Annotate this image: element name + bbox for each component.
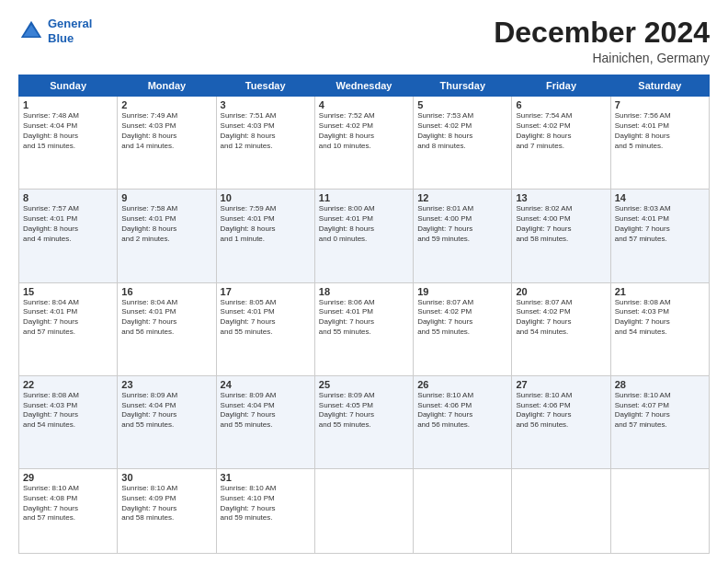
day-info: Sunrise: 7:49 AM Sunset: 4:03 PM Dayligh… bbox=[121, 111, 211, 151]
day-number: 11 bbox=[319, 192, 409, 203]
day-number: 24 bbox=[221, 379, 311, 390]
calendar-cell: 1Sunrise: 7:48 AM Sunset: 4:04 PM Daylig… bbox=[19, 97, 118, 190]
calendar-body: 1Sunrise: 7:48 AM Sunset: 4:04 PM Daylig… bbox=[19, 97, 710, 554]
day-info: Sunrise: 7:53 AM Sunset: 4:02 PM Dayligh… bbox=[417, 111, 507, 151]
col-header-saturday: Saturday bbox=[610, 75, 709, 97]
calendar-cell bbox=[610, 468, 709, 553]
day-number: 15 bbox=[23, 286, 113, 297]
col-header-monday: Monday bbox=[118, 75, 216, 97]
calendar-cell: 26Sunrise: 8:10 AM Sunset: 4:06 PM Dayli… bbox=[414, 375, 512, 468]
day-info: Sunrise: 8:02 AM Sunset: 4:00 PM Dayligh… bbox=[516, 204, 606, 244]
day-number: 20 bbox=[516, 286, 606, 297]
logo-line2: Blue bbox=[48, 31, 74, 45]
day-info: Sunrise: 8:07 AM Sunset: 4:02 PM Dayligh… bbox=[417, 298, 507, 338]
page: General Blue December 2024 Hainichen, Ge… bbox=[0, 0, 728, 563]
day-info: Sunrise: 7:48 AM Sunset: 4:04 PM Dayligh… bbox=[23, 111, 113, 151]
calendar-header-row: SundayMondayTuesdayWednesdayThursdayFrid… bbox=[19, 75, 710, 97]
col-header-tuesday: Tuesday bbox=[216, 75, 314, 97]
day-info: Sunrise: 8:10 AM Sunset: 4:07 PM Dayligh… bbox=[615, 391, 705, 431]
day-number: 4 bbox=[319, 99, 409, 110]
day-info: Sunrise: 7:52 AM Sunset: 4:02 PM Dayligh… bbox=[319, 111, 409, 151]
day-info: Sunrise: 8:05 AM Sunset: 4:01 PM Dayligh… bbox=[221, 298, 311, 338]
calendar-cell: 3Sunrise: 7:51 AM Sunset: 4:03 PM Daylig… bbox=[216, 97, 314, 190]
day-number: 10 bbox=[221, 192, 311, 203]
col-header-thursday: Thursday bbox=[414, 75, 512, 97]
calendar-cell: 28Sunrise: 8:10 AM Sunset: 4:07 PM Dayli… bbox=[610, 375, 709, 468]
day-number: 23 bbox=[121, 379, 211, 390]
day-info: Sunrise: 8:10 AM Sunset: 4:06 PM Dayligh… bbox=[516, 391, 606, 431]
day-number: 8 bbox=[23, 192, 113, 203]
day-info: Sunrise: 8:06 AM Sunset: 4:01 PM Dayligh… bbox=[319, 298, 409, 338]
day-number: 17 bbox=[221, 286, 311, 297]
calendar-week-row: 15Sunrise: 8:04 AM Sunset: 4:01 PM Dayli… bbox=[19, 282, 710, 375]
day-info: Sunrise: 7:54 AM Sunset: 4:02 PM Dayligh… bbox=[516, 111, 606, 151]
calendar-cell: 13Sunrise: 8:02 AM Sunset: 4:00 PM Dayli… bbox=[512, 190, 610, 282]
day-info: Sunrise: 8:10 AM Sunset: 4:08 PM Dayligh… bbox=[23, 484, 113, 523]
day-info: Sunrise: 8:09 AM Sunset: 4:04 PM Dayligh… bbox=[221, 391, 311, 431]
calendar-cell: 7Sunrise: 7:56 AM Sunset: 4:01 PM Daylig… bbox=[610, 97, 709, 190]
calendar-cell: 8Sunrise: 7:57 AM Sunset: 4:01 PM Daylig… bbox=[19, 190, 118, 282]
day-number: 31 bbox=[221, 472, 311, 483]
calendar-cell: 31Sunrise: 8:10 AM Sunset: 4:10 PM Dayli… bbox=[216, 468, 314, 553]
day-number: 1 bbox=[23, 99, 113, 110]
day-info: Sunrise: 7:56 AM Sunset: 4:01 PM Dayligh… bbox=[615, 111, 705, 151]
day-number: 27 bbox=[516, 379, 606, 390]
calendar-cell: 14Sunrise: 8:03 AM Sunset: 4:01 PM Dayli… bbox=[610, 190, 709, 282]
calendar-cell: 24Sunrise: 8:09 AM Sunset: 4:04 PM Dayli… bbox=[216, 375, 314, 468]
day-number: 30 bbox=[121, 472, 211, 483]
calendar-cell bbox=[314, 468, 413, 553]
calendar-cell: 9Sunrise: 7:58 AM Sunset: 4:01 PM Daylig… bbox=[118, 190, 216, 282]
day-info: Sunrise: 8:08 AM Sunset: 4:03 PM Dayligh… bbox=[615, 298, 705, 338]
day-info: Sunrise: 8:03 AM Sunset: 4:01 PM Dayligh… bbox=[615, 204, 705, 244]
calendar-cell: 15Sunrise: 8:04 AM Sunset: 4:01 PM Dayli… bbox=[19, 282, 118, 375]
day-number: 19 bbox=[417, 286, 507, 297]
calendar-week-row: 1Sunrise: 7:48 AM Sunset: 4:04 PM Daylig… bbox=[19, 97, 710, 190]
logo: General Blue bbox=[18, 17, 92, 45]
day-number: 29 bbox=[23, 472, 113, 483]
day-info: Sunrise: 8:08 AM Sunset: 4:03 PM Dayligh… bbox=[23, 391, 113, 431]
calendar-cell: 16Sunrise: 8:04 AM Sunset: 4:01 PM Dayli… bbox=[118, 282, 216, 375]
day-info: Sunrise: 8:09 AM Sunset: 4:04 PM Dayligh… bbox=[121, 391, 211, 431]
col-header-wednesday: Wednesday bbox=[314, 75, 413, 97]
day-number: 2 bbox=[121, 99, 211, 110]
calendar-cell: 20Sunrise: 8:07 AM Sunset: 4:02 PM Dayli… bbox=[512, 282, 610, 375]
calendar-cell: 25Sunrise: 8:09 AM Sunset: 4:05 PM Dayli… bbox=[314, 375, 413, 468]
logo-text: General Blue bbox=[48, 17, 92, 45]
day-number: 13 bbox=[516, 192, 606, 203]
calendar-cell: 18Sunrise: 8:06 AM Sunset: 4:01 PM Dayli… bbox=[314, 282, 413, 375]
day-number: 5 bbox=[417, 99, 507, 110]
day-number: 25 bbox=[319, 379, 409, 390]
day-info: Sunrise: 8:04 AM Sunset: 4:01 PM Dayligh… bbox=[121, 298, 211, 338]
col-header-friday: Friday bbox=[512, 75, 610, 97]
calendar-cell bbox=[512, 468, 610, 553]
calendar-cell: 19Sunrise: 8:07 AM Sunset: 4:02 PM Dayli… bbox=[414, 282, 512, 375]
day-info: Sunrise: 7:59 AM Sunset: 4:01 PM Dayligh… bbox=[221, 204, 311, 244]
day-number: 14 bbox=[615, 192, 705, 203]
title-block: December 2024 Hainichen, Germany bbox=[494, 17, 710, 65]
day-number: 26 bbox=[417, 379, 507, 390]
logo-line1: General bbox=[48, 17, 92, 30]
calendar-cell bbox=[414, 468, 512, 553]
calendar-week-row: 22Sunrise: 8:08 AM Sunset: 4:03 PM Dayli… bbox=[19, 375, 710, 468]
calendar-cell: 12Sunrise: 8:01 AM Sunset: 4:00 PM Dayli… bbox=[414, 190, 512, 282]
calendar-cell: 6Sunrise: 7:54 AM Sunset: 4:02 PM Daylig… bbox=[512, 97, 610, 190]
day-info: Sunrise: 7:57 AM Sunset: 4:01 PM Dayligh… bbox=[23, 204, 113, 244]
col-header-sunday: Sunday bbox=[19, 75, 118, 97]
logo-icon bbox=[18, 18, 44, 44]
day-number: 22 bbox=[23, 379, 113, 390]
calendar-cell: 22Sunrise: 8:08 AM Sunset: 4:03 PM Dayli… bbox=[19, 375, 118, 468]
calendar-cell: 29Sunrise: 8:10 AM Sunset: 4:08 PM Dayli… bbox=[19, 468, 118, 553]
day-info: Sunrise: 7:51 AM Sunset: 4:03 PM Dayligh… bbox=[221, 111, 311, 151]
calendar-cell: 11Sunrise: 8:00 AM Sunset: 4:01 PM Dayli… bbox=[314, 190, 413, 282]
day-info: Sunrise: 8:07 AM Sunset: 4:02 PM Dayligh… bbox=[516, 298, 606, 338]
calendar-week-row: 29Sunrise: 8:10 AM Sunset: 4:08 PM Dayli… bbox=[19, 468, 710, 553]
calendar-cell: 2Sunrise: 7:49 AM Sunset: 4:03 PM Daylig… bbox=[118, 97, 216, 190]
calendar-cell: 10Sunrise: 7:59 AM Sunset: 4:01 PM Dayli… bbox=[216, 190, 314, 282]
day-info: Sunrise: 8:10 AM Sunset: 4:09 PM Dayligh… bbox=[121, 484, 211, 523]
calendar-cell: 5Sunrise: 7:53 AM Sunset: 4:02 PM Daylig… bbox=[414, 97, 512, 190]
day-info: Sunrise: 8:10 AM Sunset: 4:06 PM Dayligh… bbox=[417, 391, 507, 431]
day-number: 6 bbox=[516, 99, 606, 110]
calendar-week-row: 8Sunrise: 7:57 AM Sunset: 4:01 PM Daylig… bbox=[19, 190, 710, 282]
day-number: 16 bbox=[121, 286, 211, 297]
day-info: Sunrise: 8:01 AM Sunset: 4:00 PM Dayligh… bbox=[417, 204, 507, 244]
